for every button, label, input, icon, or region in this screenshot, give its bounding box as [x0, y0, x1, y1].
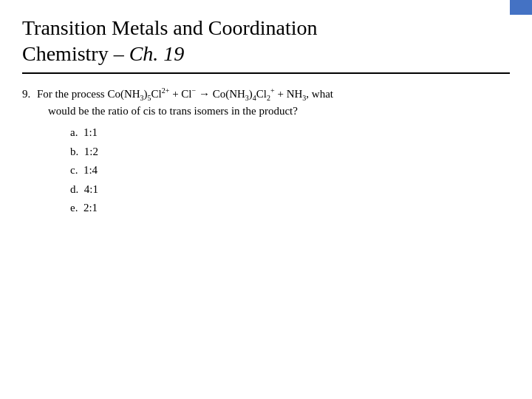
title-text-line1: Transition Metals and Coordination	[22, 16, 318, 39]
option-d: d. 4:1	[70, 180, 510, 200]
cis-text: cis	[143, 105, 156, 117]
question-number: 9.	[22, 86, 37, 103]
title-divider	[22, 72, 510, 74]
title-line2: Chemistry – Ch. 19	[22, 41, 510, 66]
title-chapter: Ch. 19	[129, 42, 185, 65]
option-e: e. 2:1	[70, 199, 510, 218]
question-line1: For the process Co(NH3)5Cl2+ + Cl− → Co(…	[37, 86, 333, 103]
slide-container: Transition Metals and Coordination Chemi…	[0, 0, 532, 399]
question-section: 9. For the process Co(NH3)5Cl2+ + Cl− → …	[22, 86, 510, 218]
option-c: c. 1:4	[70, 161, 510, 180]
question-line2: would be the ratio of cis to trans isome…	[37, 103, 333, 120]
trans-text: trans	[170, 105, 191, 117]
question-content: For the process Co(NH3)5Cl2+ + Cl− → Co(…	[37, 86, 333, 119]
option-b: b. 1:2	[70, 143, 510, 162]
options-list: a. 1:1 b. 1:2 c. 1:4 d. 4:1 e. 2:1	[70, 123, 510, 218]
question-row: 9. For the process Co(NH3)5Cl2+ + Cl− → …	[22, 86, 510, 119]
corner-decoration	[510, 0, 532, 15]
title-prefix: Chemistry –	[22, 42, 129, 65]
title-section: Transition Metals and Coordination Chemi…	[22, 15, 510, 66]
title-line1: Transition Metals and Coordination	[22, 15, 510, 41]
option-a: a. 1:1	[70, 123, 510, 143]
